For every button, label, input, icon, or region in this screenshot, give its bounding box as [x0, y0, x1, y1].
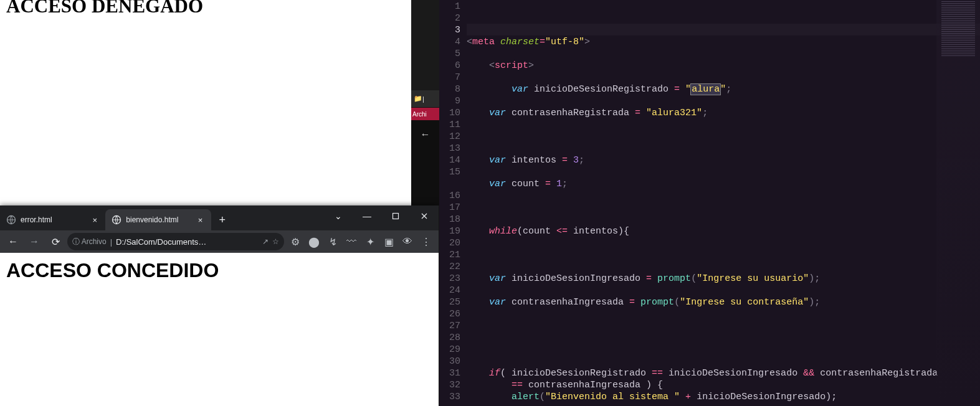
line-number: 32	[439, 379, 460, 391]
window-tab-search-button[interactable]: ⌄	[324, 205, 353, 227]
line-number: 14	[439, 154, 460, 166]
active-line-highlight	[467, 24, 980, 35]
line-number: 21	[439, 249, 460, 261]
line-number: 22	[439, 261, 460, 273]
new-tab-button[interactable]: +	[214, 211, 231, 229]
nav-reload-button[interactable]: ⟳	[46, 232, 65, 251]
line-number: 18	[439, 214, 460, 225]
line-number: 27	[439, 320, 460, 332]
omnibox[interactable]: ⓘ Archivo | D:/SalCom/Documents… ↗ ☆	[67, 233, 284, 250]
line-number: 8	[439, 83, 460, 95]
minimap-content	[941, 1, 975, 57]
extension-icon[interactable]: 〰	[343, 233, 360, 250]
line-number: 19	[439, 225, 460, 237]
line-number: 10	[439, 107, 460, 119]
explorer-menu-label: Archi	[412, 111, 427, 118]
line-number: 13	[439, 143, 460, 154]
line-number: 1	[439, 1, 460, 12]
line-number: 25	[439, 296, 460, 308]
editor-minimap[interactable]	[936, 0, 980, 406]
line-number: 17	[439, 202, 460, 214]
omnibox-url: D:/SalCom/Documents…	[116, 237, 206, 247]
line-number: 3	[439, 24, 460, 36]
extensions-area: ⚙ ⬤ ↯ 〰 ✦ ▣ 👁 ⋮	[287, 233, 435, 250]
extension-icon[interactable]: ↯	[324, 233, 341, 250]
chrome-menu-button[interactable]: ⋮	[417, 233, 435, 250]
line-number: 4	[439, 36, 460, 48]
tab-close-icon[interactable]: ×	[196, 215, 205, 225]
window-maximize-button[interactable]	[381, 205, 410, 227]
explorer-menu-peek: Archi	[411, 108, 439, 120]
explorer-back-peek[interactable]: ←	[411, 129, 439, 144]
extension-icon[interactable]: ✦	[361, 233, 379, 250]
line-number: 29	[439, 344, 460, 356]
window-minimize-button[interactable]: —	[353, 205, 381, 227]
browser-page-bienvenido: ACCESO CONCEDIDO	[0, 253, 439, 406]
line-number: 20	[439, 237, 460, 249]
tab-error[interactable]: error.html ×	[0, 209, 105, 230]
editor-gutter: 123456789101112131415 161718192021222324…	[439, 0, 467, 406]
site-info-icon[interactable]: ⓘ Archivo	[72, 237, 107, 247]
nav-forward-button[interactable]: →	[25, 232, 44, 251]
omnibox-separator: |	[110, 237, 112, 247]
explorer-titlebar-peek: 📁 |	[411, 90, 439, 108]
line-number: 15	[439, 166, 460, 178]
tab-bienvenido[interactable]: bienvenido.html ×	[105, 209, 211, 230]
share-icon[interactable]: ↗	[262, 237, 269, 246]
line-number: 23	[439, 273, 460, 285]
chrome-window: error.html × bienvenido.html × + ⌄ — ← →…	[0, 205, 439, 406]
line-number: 28	[439, 332, 460, 344]
line-number: 16	[439, 190, 460, 202]
explorer-title-peek: |	[422, 95, 424, 103]
line-number: 2	[439, 12, 460, 24]
line-number: 7	[439, 72, 460, 83]
line-number: 24	[439, 285, 460, 296]
page-heading-granted: ACCESO CONCEDIDO	[6, 259, 432, 282]
line-number: 30	[439, 356, 460, 367]
line-number: 12	[439, 131, 460, 143]
window-close-button[interactable]	[410, 205, 439, 227]
nav-back-button[interactable]: ←	[4, 232, 22, 251]
favicon-globe-icon	[112, 215, 121, 225]
line-number: 26	[439, 308, 460, 320]
line-number: 33	[439, 391, 460, 403]
line-number: 9	[439, 95, 460, 107]
window-controls: ⌄ —	[324, 205, 439, 227]
page-heading-denied: ACCESO DENEGADO	[0, 0, 411, 17]
selected-text: alura	[691, 84, 720, 95]
line-number: 31	[439, 367, 460, 379]
bookmark-star-icon[interactable]: ☆	[272, 237, 279, 246]
line-number: 5	[439, 48, 460, 60]
extension-icon[interactable]: ▣	[380, 233, 397, 250]
line-number: 6	[439, 60, 460, 72]
extension-icon[interactable]: 👁	[399, 233, 416, 250]
favicon-globe-icon	[6, 215, 16, 225]
browser-page-error: ACCESO DENEGADO	[0, 0, 411, 205]
chrome-toolbar: ← → ⟳ ⓘ Archivo | D:/SalCom/Documents… ↗…	[0, 230, 439, 253]
tab-close-icon[interactable]: ×	[90, 215, 99, 225]
extension-icon[interactable]: ⚙	[287, 233, 304, 250]
svg-rect-2	[392, 214, 398, 219]
line-number: 11	[439, 119, 460, 131]
editor-code-area[interactable]: <meta charset="utf-8"> <script> var inic…	[467, 0, 980, 406]
folder-icon: 📁	[414, 95, 422, 103]
code-editor[interactable]: 123456789101112131415 161718192021222324…	[439, 0, 980, 406]
chrome-titlebar: error.html × bienvenido.html × + ⌄ —	[0, 205, 439, 230]
back-arrow-icon: ←	[421, 129, 431, 139]
extension-icon[interactable]: ⬤	[305, 233, 323, 250]
tab-title: bienvenido.html	[126, 215, 191, 224]
tab-title: error.html	[21, 215, 86, 224]
